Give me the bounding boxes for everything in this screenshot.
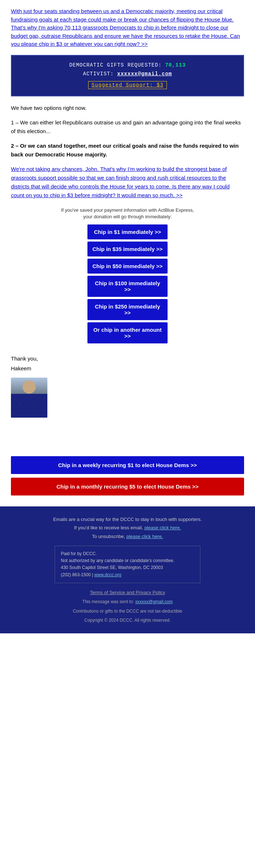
footer-line3: To unsubscribe, please click here.	[11, 532, 244, 541]
disclaimer-line1: Paid for by DCCC.	[61, 550, 194, 557]
donate-btn-1[interactable]: Chip in $1 immediately >>	[87, 224, 168, 239]
disclaimer-box: Paid for by DCCC. Not authorized by any …	[55, 546, 200, 583]
unsubscribe-link[interactable]: please click here.	[126, 534, 163, 539]
gifts-label: DEMOCRATIC GIFTS REQUESTED: 70,113	[19, 62, 236, 68]
paragraph-4: We're not taking any chances, John. That…	[11, 165, 244, 200]
cta-link[interactable]: We're not taking any chances, John. That…	[11, 166, 230, 198]
disclaimer-line4: (202) 863-1500 | www.dccc.org	[61, 572, 194, 578]
donate-btn-35[interactable]: Chip in $35 immediately >>	[87, 242, 168, 256]
donate-btn-50[interactable]: Chip in $50 immediately >>	[87, 259, 168, 274]
donate-btn-100[interactable]: Chip in $100 immediately >>	[87, 276, 168, 297]
thank-you-text: Thank you,	[11, 354, 244, 363]
donate-btn-other[interactable]: Or chip in another amount >>	[87, 322, 168, 343]
intro-link[interactable]: With just four seats standing between us…	[11, 7, 244, 48]
suggested-support: Suggested Support: $3	[88, 81, 166, 89]
signature-photo	[11, 378, 47, 418]
disclaimer-line3: 430 South Capitol Street SE, Washington,…	[61, 564, 194, 571]
gifts-label-text: DEMOCRATIC GIFTS REQUESTED:	[69, 62, 162, 68]
main-content: With just four seats standing between us…	[0, 0, 255, 453]
recurring-weekly-btn[interactable]: Chip in a weekly recurring $1 to elect H…	[11, 456, 244, 474]
footer: Emails are a crucial way for the DCCC to…	[0, 506, 255, 633]
footer-line1: Emails are a crucial way for the DCCC to…	[11, 515, 244, 523]
footer-terms[interactable]: Terms of Service and Privacy Policy	[11, 588, 244, 597]
paragraph-3: 2 – Or we can stand together, meet our c…	[11, 142, 244, 159]
spacer	[11, 423, 244, 445]
paragraph-1: We have two options right now.	[11, 104, 244, 112]
footer-sent-to: This message was sent to: xxxxxx@gmail.c…	[11, 598, 244, 606]
recurring-section: Chip in a weekly recurring $1 to elect H…	[0, 453, 255, 503]
actblue-section: If you've saved your payment information…	[11, 207, 244, 343]
sent-to-email[interactable]: xxxxxx@gmail.com	[135, 599, 173, 604]
activist-row: ACTIVIST: xxxxxx@gmail.com	[19, 71, 236, 77]
actblue-note: If you've saved your payment information…	[11, 207, 244, 220]
person-head	[23, 381, 36, 394]
info-box: DEMOCRATIC GIFTS REQUESTED: 70,113 ACTIV…	[11, 55, 244, 96]
person-body	[18, 399, 40, 418]
less-email-link[interactable]: please click here.	[144, 525, 181, 530]
footer-copyright: Copyright © 2024 DCCC. All rights reserv…	[11, 617, 244, 625]
gifts-count: 70,113	[165, 62, 185, 68]
footer-not-deductible: Contributions or gifts to the DCCC are n…	[11, 608, 244, 616]
footer-line2: If you'd like to receive less email, ple…	[11, 523, 244, 532]
recurring-monthly-btn[interactable]: Chip in a monthly recurring $5 to elect …	[11, 478, 244, 495]
activist-label-text: ACTIVIST:	[83, 71, 114, 77]
dccc-website-link[interactable]: www.dccc.org	[94, 572, 121, 577]
activist-email: xxxxxx@gmail.com	[117, 71, 172, 77]
signature-name: Hakeem	[11, 363, 244, 373]
disclaimer-line2: Not authorized by any candidate or candi…	[61, 557, 194, 564]
signature-section: Thank you, Hakeem	[11, 354, 244, 418]
donate-btn-250[interactable]: Chip in $250 immediately >>	[87, 299, 168, 320]
paragraph-2: 1 – We can either let Republicans outrai…	[11, 118, 244, 136]
